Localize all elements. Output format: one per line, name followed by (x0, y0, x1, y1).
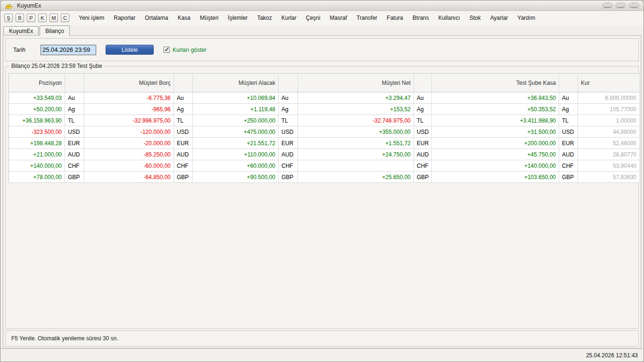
menu-item-ayarlar[interactable]: Ayarlar (486, 13, 513, 23)
cell-unit: GBP (559, 172, 578, 183)
tab-bilan-o[interactable]: Bilanço (40, 25, 69, 36)
cell-kasa: +3.411.988,90 (432, 115, 559, 126)
table-row-au[interactable]: +33.549,03Au-6.775,36Au+10.069,84Au+3.29… (9, 92, 640, 104)
menu-item-ortalama[interactable]: Ortalama (140, 13, 173, 23)
cell-unit: USD (279, 126, 298, 138)
menu-item-yeni-i-lem[interactable]: Yeni işlem (74, 13, 109, 23)
cell-net: +355.000,00 (298, 126, 414, 138)
column-header-pozisyon: Pozisyon (9, 74, 65, 92)
menu-item-btrans[interactable]: Btrans (408, 13, 434, 23)
filter-toolbar: Tarih Listele Kurları göster (5, 38, 639, 61)
cell-pozisyon: +21.000,00 (9, 149, 65, 160)
show-rates-option: Kurları göster (164, 47, 206, 53)
menu-item-transfer[interactable]: Transfer (352, 13, 382, 23)
table-row-tl[interactable]: +36.158.963,90TL-32.996.975,00TL+250.000… (9, 115, 640, 126)
quick-button-p[interactable]: P (27, 14, 35, 22)
list-button[interactable]: Listele (106, 45, 154, 55)
cell-kasa: +50.353,52 (432, 104, 559, 115)
cell-unit: GBP (174, 172, 193, 183)
cell-borc: -20.000,00 (84, 138, 174, 149)
table-row-gbp[interactable]: +78.000,00GBP-64.850,00GBP+90.500,00GBP+… (9, 172, 640, 183)
menu-item-masraf[interactable]: Masraf (325, 13, 352, 23)
show-rates-checkbox[interactable] (164, 47, 170, 53)
menu-item-kurlar[interactable]: Kurlar (277, 13, 301, 23)
cell-unit: Ag (414, 104, 432, 115)
cell-pozisyon: +140.000,00 (9, 160, 65, 172)
cell-unit: GBP (279, 172, 298, 183)
menu-item-m-teri[interactable]: Müşteri (195, 13, 223, 23)
cell-unit: Au (279, 92, 298, 104)
cell-alacak: +90.500,00 (193, 172, 279, 183)
menu-item-yard-m[interactable]: Yardım (513, 13, 540, 23)
cell-borc: -965,96 (84, 104, 174, 115)
cell-unit: Au (174, 92, 193, 104)
table-row-eur[interactable]: +198.448,28EUR-20.000,00EUR+21.551,72EUR… (9, 138, 640, 149)
cell-unit: EUR (65, 138, 84, 149)
column-header-unit (65, 74, 84, 92)
cell-unit: Au (559, 92, 578, 104)
footer-strip: F5 Yenile. Otomatik yenileme süresi 30 s… (5, 330, 639, 346)
cell-unit: USD (174, 126, 193, 138)
menu-item-fatura[interactable]: Fatura (382, 13, 408, 23)
cell-pozisyon: +36.158.963,90 (9, 115, 65, 126)
cell-unit: CHF (279, 160, 298, 172)
menu-item-kullan-c[interactable]: Kullanıcı (434, 13, 465, 23)
tab-kuyumex[interactable]: KuyumEx (3, 26, 39, 35)
date-label: Tarih (13, 47, 34, 53)
cell-unit: Ag (174, 104, 193, 115)
cell-pozisyon: +78.000,00 (9, 172, 65, 183)
date-input[interactable] (41, 45, 96, 55)
column-header-m-teri-net: Müşteri Net (298, 74, 414, 92)
quick-buttons: ŞBPKMC (4, 14, 69, 22)
quick-button-k[interactable]: K (38, 14, 47, 22)
column-header-unit (174, 74, 193, 92)
menu-item-takoz[interactable]: Takoz (252, 13, 276, 23)
cell-kur: 6.809,00000 (578, 92, 640, 104)
menu-item-e-ni[interactable]: Çeşni (301, 13, 325, 23)
menu-item-raporlar[interactable]: Raporlar (109, 13, 140, 23)
cell-kur: 105,77000 (578, 104, 640, 115)
cell-unit: TL (559, 115, 578, 126)
balance-table: PozisyonMüşteri BorçMüşteri AlacakMüşter… (8, 73, 640, 183)
quick-button-b[interactable]: B (16, 14, 24, 22)
minimize-button[interactable] (603, 3, 612, 8)
cell-kur: 28,80770 (578, 149, 640, 160)
cell-unit: Au (65, 92, 84, 104)
cell-kur: 52,46000 (578, 138, 640, 149)
table-row-ag[interactable]: +50.200,00Ag-965,96Ag+1.119,48Ag+153,52A… (9, 104, 640, 115)
table-row-chf[interactable]: +140.000,00CHF-60.000,00CHF+60.000,00CHF… (9, 160, 640, 172)
window-controls (603, 3, 639, 8)
cell-kasa: +45.750,00 (432, 149, 559, 160)
quick-button-c[interactable]: C (61, 14, 69, 22)
cell-alacak: +110.000,00 (193, 149, 279, 160)
quick-button-m[interactable]: M (50, 14, 58, 22)
cell-borc: -60.000,00 (84, 160, 174, 172)
cell-unit: CHF (414, 160, 432, 172)
bilanco-tab-page: Tarih Listele Kurları göster Bilanço 25.… (3, 35, 641, 348)
cell-net: +153,52 (298, 104, 414, 115)
cell-pozisyon: -323.500,00 (9, 126, 65, 138)
cell-unit: CHF (65, 160, 84, 172)
menu-item-i-lemler[interactable]: İşlemler (223, 13, 252, 23)
column-header-unit (279, 74, 298, 92)
cell-alacak: +10.069,84 (193, 92, 279, 104)
quick-button-ş[interactable]: Ş (4, 14, 13, 22)
cell-unit: USD (65, 126, 84, 138)
window-title: KuyumEx (17, 2, 41, 9)
table-row-aud[interactable]: +21.000,00AUD-85.250,00AUD+110.000,00AUD… (9, 149, 640, 160)
cell-unit: TL (279, 115, 298, 126)
cell-pozisyon: +50.200,00 (9, 104, 65, 115)
close-button[interactable] (629, 3, 639, 8)
table-row-usd[interactable]: -323.500,00USD-120.000,00USD+475.000,00U… (9, 126, 640, 138)
cell-pozisyon: +198.448,28 (9, 138, 65, 149)
cell-unit: CHF (559, 160, 578, 172)
cell-unit: Ag (559, 104, 578, 115)
menu-item-stok[interactable]: Stok (465, 13, 486, 23)
cell-unit: Ag (65, 104, 84, 115)
app-window: KuyumEx ŞBPKMC Yeni işlemRaporlarOrtalam… (0, 0, 644, 362)
status-datetime: 25.04.2026 12:51:43 (586, 352, 638, 359)
menu-item-kasa[interactable]: Kasa (173, 13, 195, 23)
cell-unit: AUD (279, 149, 298, 160)
gold-bars-icon (5, 2, 13, 9)
maximize-button[interactable] (616, 3, 626, 8)
